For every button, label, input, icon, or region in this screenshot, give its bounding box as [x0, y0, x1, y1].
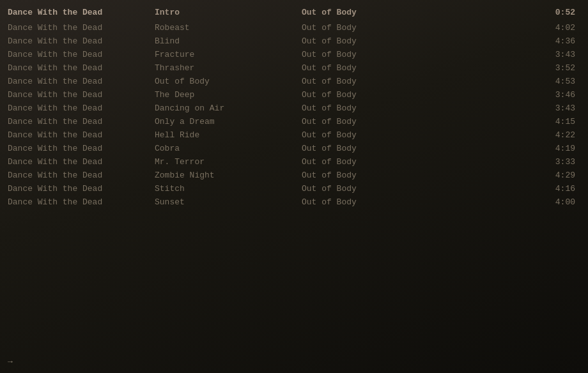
cell-album: Out of Body	[302, 130, 449, 140]
cell-title: Mr. Terror	[155, 157, 302, 167]
header-title: Intro	[155, 8, 302, 17]
header-duration: 0:52	[449, 8, 580, 17]
cell-album: Out of Body	[302, 157, 449, 167]
cell-album: Out of Body	[302, 184, 449, 194]
cell-title: Thrasher	[155, 63, 302, 73]
cell-duration: 4:19	[449, 144, 580, 153]
table-row[interactable]: Dance With the DeadRobeastOut of Body4:0…	[0, 21, 588, 34]
cell-artist: Dance With the Dead	[8, 184, 155, 194]
cell-artist: Dance With the Dead	[8, 63, 155, 73]
table-row[interactable]: Dance With the DeadHell RideOut of Body4…	[0, 128, 588, 142]
table-header: Dance With the Dead Intro Out of Body 0:…	[0, 5, 588, 20]
cell-duration: 4:22	[449, 130, 580, 140]
cell-artist: Dance With the Dead	[8, 77, 155, 86]
cell-album: Out of Body	[302, 36, 449, 46]
cell-artist: Dance With the Dead	[8, 171, 155, 180]
cell-artist: Dance With the Dead	[8, 117, 155, 126]
cell-duration: 4:29	[449, 171, 580, 180]
cell-duration: 3:43	[449, 50, 580, 59]
cell-title: Fracture	[155, 50, 302, 59]
table-row[interactable]: Dance With the DeadSunsetOut of Body4:00	[0, 195, 588, 209]
table-row[interactable]: Dance With the DeadThrasherOut of Body3:…	[0, 61, 588, 75]
cell-artist: Dance With the Dead	[8, 103, 155, 113]
cell-title: Sunset	[155, 197, 302, 207]
table-row[interactable]: Dance With the DeadZombie NightOut of Bo…	[0, 169, 588, 182]
header-album: Out of Body	[302, 8, 449, 17]
cell-artist: Dance With the Dead	[8, 197, 155, 207]
table-row[interactable]: Dance With the DeadThe DeepOut of Body3:…	[0, 88, 588, 102]
cell-title: Hell Ride	[155, 130, 302, 140]
cell-artist: Dance With the Dead	[8, 157, 155, 167]
cell-album: Out of Body	[302, 90, 449, 100]
cell-album: Out of Body	[302, 171, 449, 180]
cell-duration: 3:33	[449, 157, 580, 167]
track-list: Dance With the Dead Intro Out of Body 0:…	[0, 0, 588, 214]
cell-artist: Dance With the Dead	[8, 130, 155, 140]
table-row[interactable]: Dance With the DeadCobraOut of Body4:19	[0, 142, 588, 155]
cell-title: The Deep	[155, 90, 302, 100]
table-row[interactable]: Dance With the DeadStitchOut of Body4:16	[0, 182, 588, 195]
cell-duration: 4:53	[449, 77, 580, 86]
cell-title: Blind	[155, 36, 302, 46]
cell-duration: 3:52	[449, 63, 580, 73]
cell-duration: 4:00	[449, 197, 580, 207]
cell-album: Out of Body	[302, 50, 449, 59]
cell-artist: Dance With the Dead	[8, 23, 155, 33]
cell-duration: 3:46	[449, 90, 580, 100]
cell-artist: Dance With the Dead	[8, 50, 155, 59]
cell-title: Zombie Night	[155, 171, 302, 180]
cell-artist: Dance With the Dead	[8, 144, 155, 153]
cell-duration: 4:36	[449, 36, 580, 46]
cell-title: Stitch	[155, 184, 302, 194]
cell-title: Robeast	[155, 23, 302, 33]
table-row[interactable]: Dance With the DeadOnly a DreamOut of Bo…	[0, 115, 588, 128]
cell-duration: 4:16	[449, 184, 580, 194]
cell-duration: 3:43	[449, 103, 580, 113]
cell-duration: 4:15	[449, 117, 580, 126]
table-row[interactable]: Dance With the DeadDancing on AirOut of …	[0, 102, 588, 115]
cell-album: Out of Body	[302, 117, 449, 126]
cell-title: Out of Body	[155, 77, 302, 86]
table-row[interactable]: Dance With the DeadBlindOut of Body4:36	[0, 34, 588, 48]
cell-album: Out of Body	[302, 197, 449, 207]
table-row[interactable]: Dance With the DeadMr. TerrorOut of Body…	[0, 155, 588, 169]
cell-title: Only a Dream	[155, 117, 302, 126]
table-row[interactable]: Dance With the DeadFractureOut of Body3:…	[0, 48, 588, 61]
header-artist: Dance With the Dead	[8, 8, 155, 17]
cell-artist: Dance With the Dead	[8, 90, 155, 100]
cell-album: Out of Body	[302, 144, 449, 153]
cell-title: Dancing on Air	[155, 103, 302, 113]
cell-album: Out of Body	[302, 23, 449, 33]
cell-album: Out of Body	[302, 103, 449, 113]
table-row[interactable]: Dance With the DeadOut of BodyOut of Bod…	[0, 75, 588, 88]
arrow-indicator: →	[8, 357, 13, 367]
cell-artist: Dance With the Dead	[8, 36, 155, 46]
cell-duration: 4:02	[449, 23, 580, 33]
cell-title: Cobra	[155, 144, 302, 153]
cell-album: Out of Body	[302, 63, 449, 73]
cell-album: Out of Body	[302, 77, 449, 86]
